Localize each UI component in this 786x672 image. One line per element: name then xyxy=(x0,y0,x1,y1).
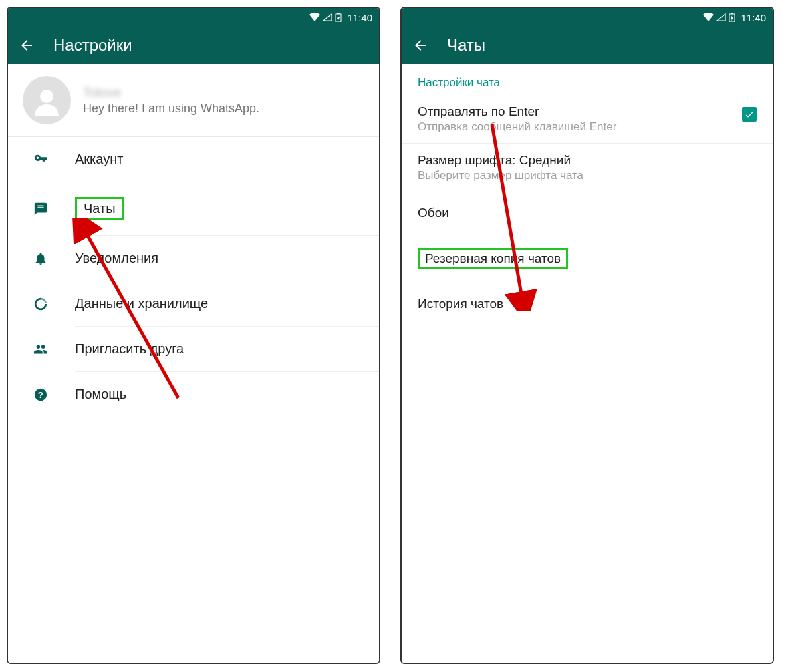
help-icon: ? xyxy=(33,387,52,402)
menu-label: Данные и хранилище xyxy=(75,296,208,311)
page-title: Чаты xyxy=(447,36,485,55)
highlight-chats: Чаты xyxy=(75,197,124,220)
status-bar: 11:40 xyxy=(8,8,379,27)
menu-label: Чаты xyxy=(84,201,116,216)
phone-left-settings: 11:40 Настройки Tolove Hey there! I am u… xyxy=(7,7,380,664)
menu-label: Аккаунт xyxy=(75,152,123,167)
back-arrow-icon[interactable] xyxy=(19,37,35,53)
wifi-icon xyxy=(703,13,714,21)
row-title: Отправлять по Enter xyxy=(418,104,757,119)
people-icon xyxy=(33,342,52,357)
menu-help[interactable]: ? Помощь xyxy=(75,372,379,417)
signal-icon xyxy=(716,13,726,21)
row-wallpaper[interactable]: Обои xyxy=(402,192,773,234)
row-title: История чатов xyxy=(418,297,503,311)
profile-row[interactable]: Tolove Hey there! I am using WhatsApp. xyxy=(8,64,379,137)
row-backup-chats[interactable]: Резервная копия чатов xyxy=(402,234,773,283)
profile-text: Tolove Hey there! I am using WhatsApp. xyxy=(83,85,259,116)
data-usage-icon xyxy=(33,297,52,311)
row-font-size[interactable]: Размер шрифта: Средний Выберите размер ш… xyxy=(402,144,773,192)
battery-icon xyxy=(729,13,735,22)
svg-rect-1 xyxy=(337,13,340,14)
row-title: Обои xyxy=(418,206,449,220)
menu-invite[interactable]: Пригласить друга xyxy=(75,327,379,372)
key-icon xyxy=(33,152,52,167)
row-title: Резервная копия чатов xyxy=(425,251,561,265)
page-title: Настройки xyxy=(53,36,132,55)
row-subtitle: Выберите размер шрифта чата xyxy=(418,169,757,182)
menu-label: Пригласить друга xyxy=(75,341,184,357)
status-time: 11:40 xyxy=(741,12,766,23)
section-header: Настройки чата xyxy=(402,64,773,95)
battery-icon xyxy=(335,13,342,22)
app-bar: Настройки xyxy=(8,27,379,64)
svg-rect-7 xyxy=(731,13,733,14)
row-title: Размер шрифта: Средний xyxy=(418,153,757,168)
signal-icon xyxy=(323,13,332,21)
menu-label: Помощь xyxy=(75,387,126,402)
status-time: 11:40 xyxy=(347,12,372,23)
highlight-backup: Резервная копия чатов xyxy=(418,248,568,269)
settings-list: Аккаунт Чаты Уведомления Да xyxy=(75,137,379,417)
profile-status: Hey there! I am using WhatsApp. xyxy=(83,102,259,116)
menu-data[interactable]: Данные и хранилище xyxy=(75,281,379,327)
row-enter-to-send[interactable]: Отправлять по Enter Отправка сообщений к… xyxy=(402,95,773,144)
row-chat-history[interactable]: История чатов xyxy=(402,283,773,325)
row-subtitle: Отправка сообщений клавишей Enter xyxy=(418,120,757,134)
profile-name: Tolove xyxy=(83,85,259,100)
menu-chats[interactable]: Чаты xyxy=(75,182,379,236)
avatar xyxy=(23,76,71,124)
chats-content: Настройки чата Отправлять по Enter Отпра… xyxy=(402,64,773,663)
menu-label: Уведомления xyxy=(75,250,158,266)
settings-content: Tolove Hey there! I am using WhatsApp. А… xyxy=(8,64,379,663)
svg-point-2 xyxy=(40,90,53,103)
app-bar: Чаты xyxy=(402,27,773,64)
bell-icon xyxy=(33,251,52,266)
menu-account[interactable]: Аккаунт xyxy=(75,137,379,182)
back-arrow-icon[interactable] xyxy=(412,37,428,53)
svg-text:?: ? xyxy=(38,389,43,399)
status-bar: 11:40 xyxy=(402,8,773,27)
chat-icon xyxy=(33,202,52,216)
checkbox-checked-icon[interactable] xyxy=(742,107,757,122)
menu-notifications[interactable]: Уведомления xyxy=(75,236,379,281)
phone-right-chats: 11:40 Чаты Настройки чата Отправлять по … xyxy=(400,7,774,664)
wifi-icon xyxy=(309,13,320,21)
